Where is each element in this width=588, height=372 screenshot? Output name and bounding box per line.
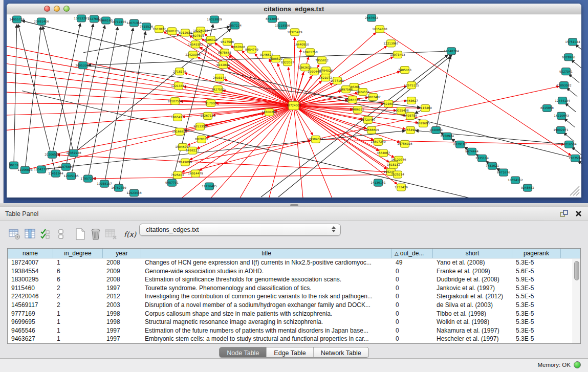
graph-node[interactable]: 9699695 xyxy=(417,120,430,127)
graph-node[interactable]: 2718176 xyxy=(173,68,186,75)
tab-node-table[interactable]: Node Table xyxy=(220,347,267,358)
graph-node[interactable]: 7955812 xyxy=(315,57,329,64)
table-row[interactable]: 1830029562008Estimation of significance … xyxy=(8,275,580,284)
graph-node[interactable]: 10958107 xyxy=(97,180,112,187)
tab-network-table[interactable]: Network Table xyxy=(314,347,368,358)
graph-node[interactable]: 12444134 xyxy=(555,97,570,104)
expand-rows-icon[interactable] xyxy=(53,227,69,242)
graph-node[interactable]: 8675685 xyxy=(218,49,231,56)
graph-node[interactable]: 7485063 xyxy=(398,67,411,74)
graph-node[interactable]: 90975887 xyxy=(58,163,74,170)
graph-node[interactable]: 15751024 xyxy=(565,38,580,46)
show-columns-icon[interactable] xyxy=(23,227,38,242)
graph-node[interactable]: 18325419 xyxy=(287,29,302,36)
graph-node[interactable]: 14136141 xyxy=(371,179,386,186)
graph-node[interactable]: 16154838 xyxy=(372,26,387,33)
column-header-short[interactable]: short xyxy=(433,249,512,258)
graph-node[interactable]: 10807487 xyxy=(365,94,381,101)
graph-node[interactable]: 16640910 xyxy=(294,41,309,48)
graph-node[interactable]: 8813054 xyxy=(266,15,279,23)
graph-node[interactable]: 9245652 xyxy=(521,184,534,191)
table-options-icon[interactable] xyxy=(7,227,23,242)
minimize-window-icon[interactable] xyxy=(54,6,60,12)
graph-node[interactable]: 12213967 xyxy=(383,40,399,47)
graph-node[interactable]: 16053809 xyxy=(207,16,222,23)
graph-node[interactable]: 8322037 xyxy=(281,59,294,66)
graph-node[interactable]: 1353359 xyxy=(193,123,207,130)
graph-node[interactable]: 20206526 xyxy=(45,151,60,158)
graph-node[interactable]: 19218596 xyxy=(275,22,290,29)
graph-node[interactable]: 62160 xyxy=(384,100,394,107)
graph-node[interactable]: 9457791 xyxy=(165,179,179,186)
graph-node[interactable]: 19992971 xyxy=(553,126,569,134)
graph-node[interactable]: 39159 xyxy=(9,162,19,169)
graph-node[interactable]: 10654112 xyxy=(508,177,523,184)
graph-node[interactable]: 10688609 xyxy=(364,126,379,134)
close-panel-icon[interactable] xyxy=(575,210,582,217)
graph-node[interactable]: 16914479 xyxy=(188,170,203,177)
graph-node[interactable]: 2935114 xyxy=(475,155,489,162)
graph-node[interactable]: 12923448 xyxy=(126,189,142,196)
graph-node[interactable]: 11451944 xyxy=(48,170,63,177)
graph-node[interactable]: 16648784 xyxy=(444,48,459,55)
window-resize-grip[interactable] xyxy=(567,183,580,196)
window-titlebar[interactable]: citations_edges.txt xyxy=(7,4,581,14)
splitter-handle[interactable] xyxy=(290,204,298,206)
graph-node[interactable]: 19384554 xyxy=(308,136,323,143)
table-row[interactable]: 1938455462009Genome-wide association stu… xyxy=(8,267,580,276)
table-row[interactable]: 946554611997Estimation of the future num… xyxy=(8,326,580,335)
panel-splitter[interactable] xyxy=(0,203,588,207)
graph-node[interactable]: 7615526 xyxy=(140,23,153,30)
tab-edge-table[interactable]: Edge Table xyxy=(267,347,313,358)
table-row[interactable]: 946362711997Embryonic stem cells: a mode… xyxy=(8,335,580,343)
graph-node[interactable]: 2867608 xyxy=(232,43,245,51)
graph-node[interactable]: 19716485 xyxy=(202,183,217,190)
graph-node[interactable]: 2687682 xyxy=(365,14,378,21)
create-table-icon[interactable] xyxy=(73,227,88,242)
table-row[interactable]: 977716911998Corpus callosum shape and si… xyxy=(8,310,580,318)
graph-node[interactable]: 14055724 xyxy=(9,16,25,23)
graph-node[interactable]: 8454749 xyxy=(245,46,258,53)
table-row[interactable]: 1872400712008Changes of HCN gene express… xyxy=(8,258,580,267)
table-row[interactable]: 1456911722003Disruption of a novel membe… xyxy=(8,301,580,310)
memory-ok-icon[interactable] xyxy=(574,361,581,368)
graph-node[interactable]: 7857224 xyxy=(228,22,242,29)
graph-node[interactable]: 11156823 xyxy=(17,166,33,173)
graph-node[interactable]: 17654923 xyxy=(403,126,418,134)
column-header-in-degree[interactable]: in_degree xyxy=(53,249,103,258)
graph-node[interactable]: 16210643 xyxy=(554,112,569,119)
graph-node[interactable]: 12093582 xyxy=(556,82,572,89)
graph-node[interactable]: 9329966 xyxy=(562,54,575,61)
zoom-window-icon[interactable] xyxy=(63,6,70,12)
graph-node[interactable]: 9227341 xyxy=(559,68,573,75)
graph-node[interactable]: 12975115 xyxy=(404,82,419,89)
graph-node[interactable]: 20364486 xyxy=(345,96,360,103)
graph-node[interactable]: 16961758 xyxy=(302,49,318,56)
graph-node[interactable]: 2803144 xyxy=(213,74,226,81)
delete-table-icon[interactable] xyxy=(88,227,103,242)
graph-node[interactable]: 9827508 xyxy=(221,38,234,46)
table-selector-dropdown[interactable]: citations_edges.txt xyxy=(139,224,341,236)
table-row[interactable]: 969969511998Structural magnetic resonanc… xyxy=(8,318,580,326)
column-header-name[interactable]: name xyxy=(8,249,53,258)
graph-node[interactable]: 17016504 xyxy=(561,141,577,148)
table-scrollbar-thumb[interactable] xyxy=(574,261,579,280)
graph-node[interactable]: 8215958 xyxy=(540,105,554,112)
graph-node[interactable]: 12042737 xyxy=(34,166,49,173)
graph-node[interactable]: 9463627 xyxy=(405,97,418,104)
graph-node[interactable]: 17957223 xyxy=(80,175,96,182)
close-window-icon[interactable] xyxy=(44,6,50,12)
graph-node[interactable]: 1733426 xyxy=(395,184,408,191)
delete-column-icon[interactable] xyxy=(103,227,119,242)
function-builder-icon[interactable]: f(x) xyxy=(123,227,138,242)
float-panel-icon[interactable] xyxy=(560,210,568,217)
graph-node[interactable]: 18107554 xyxy=(167,98,183,105)
table-row[interactable]: 911546021997Tourette syndrome. Phenomeno… xyxy=(8,284,580,293)
graph-node[interactable]: 10719155 xyxy=(111,18,126,26)
column-header-title[interactable]: title xyxy=(141,249,392,258)
select-all-icon[interactable] xyxy=(38,227,53,242)
table-scrollbar[interactable] xyxy=(573,259,580,343)
column-header-out-degree[interactable]: △out_de... xyxy=(392,249,433,258)
table-row[interactable]: 2242004622012Investigating the contribut… xyxy=(8,292,580,301)
graph-node[interactable]: 917008 xyxy=(205,100,216,107)
